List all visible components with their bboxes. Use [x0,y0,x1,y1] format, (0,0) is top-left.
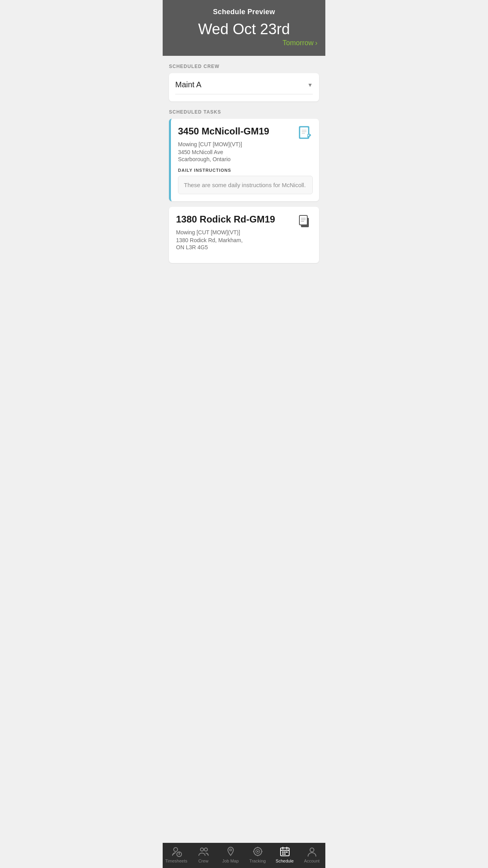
schedule-date: Wed Oct 23rd [171,21,317,38]
header: Schedule Preview Wed Oct 23rd Tomorrow › [163,0,325,56]
task-city: ON L3R 4G5 [176,244,313,250]
task-title: 3450 McNicoll-GM19 [178,126,313,137]
instructions-text: These are some daily instructions for Mc… [178,176,313,194]
crew-section-label: SCHEDULED CREW [169,64,319,69]
svg-rect-1 [300,127,308,138]
task-city: Scarborough, Ontario [178,156,313,162]
chevron-right-icon: › [315,39,317,47]
dropdown-arrow-icon: ▼ [307,82,313,88]
task-address: 3450 McNicoll Ave [178,149,313,155]
task-title: 1380 Rodick Rd-GM19 [176,214,313,225]
tasks-section-label: SCHEDULED TASKS [169,109,319,115]
task-card[interactable]: 3450 McNicoll-GM19 Mowing [CUT [MOW](VT)… [169,119,319,201]
crew-dropdown[interactable]: Maint A ▼ [175,80,313,94]
copy-icon [298,214,312,230]
task-card-inner: 3450 McNicoll-GM19 Mowing [CUT [MOW](VT)… [171,119,319,201]
tomorrow-button[interactable]: Tomorrow › [283,39,317,47]
tomorrow-label: Tomorrow [283,39,314,47]
task-type: Mowing [CUT [MOW](VT)] [178,141,313,147]
task-card-inner: 1380 Rodick Rd-GM19 Mowing [CUT [MOW](VT… [169,207,319,263]
task-address: 1380 Rodick Rd, Markham, [176,237,313,243]
page-title: Schedule Preview [171,8,317,16]
svg-rect-6 [299,215,307,225]
note-icon [298,126,312,142]
content-area: SCHEDULED CREW Maint A ▼ SCHEDULED TASKS… [163,56,325,300]
tasks-section: SCHEDULED TASKS 3450 McNicoll-GM19 Mowin… [169,109,319,263]
task-type: Mowing [CUT [MOW](VT)] [176,229,313,235]
task-card[interactable]: 1380 Rodick Rd-GM19 Mowing [CUT [MOW](VT… [169,207,319,263]
crew-card: Maint A ▼ [169,73,319,101]
daily-instructions-label: DAILY INSTRUCTIONS [178,168,313,173]
crew-name: Maint A [175,80,202,89]
